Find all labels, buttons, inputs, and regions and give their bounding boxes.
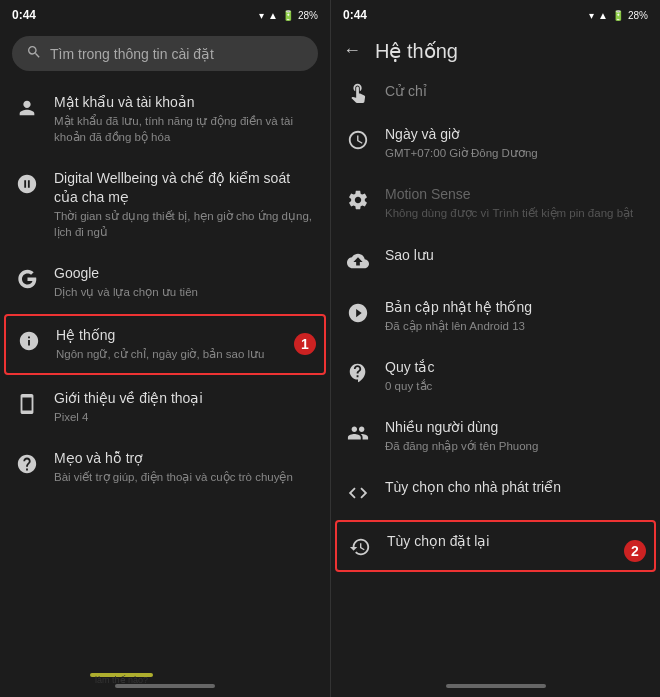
- right-battery: 28%: [628, 10, 648, 21]
- left-status-bar: 0:44 ▾ ▲ 🔋 28%: [0, 0, 330, 28]
- meo-ho-tro-icon: [14, 451, 40, 477]
- cap-nhat-title: Bản cập nhật hệ thống: [385, 298, 646, 316]
- partial-cu-chi[interactable]: Cử chỉ: [331, 73, 660, 113]
- right-wifi-icon: ▾: [589, 10, 594, 21]
- ngay-gio-icon: [345, 127, 371, 153]
- sao-luu-title: Sao lưu: [385, 246, 646, 264]
- right-signal-icon: ▲: [598, 10, 608, 21]
- right-item-motion-sense[interactable]: Motion Sense Không dùng được vì Trình ti…: [331, 173, 660, 233]
- right-battery-icon: 🔋: [612, 10, 624, 21]
- right-time: 0:44: [343, 8, 367, 22]
- sao-luu-text: Sao lưu: [385, 246, 646, 264]
- cap-nhat-text: Bản cập nhật hệ thống Đã cập nhật lên An…: [385, 298, 646, 334]
- meo-ho-tro-text: Mẹo và hỗ trợ Bài viết trợ giúp, điện th…: [54, 449, 316, 485]
- digital-wellbeing-text: Digital Wellbeing và chế độ kiểm soát củ…: [54, 169, 316, 240]
- ngay-gio-subtitle: GMT+07:00 Giờ Đông Dương: [385, 145, 646, 161]
- left-settings-list: Mật khẩu và tài khoản Mật khẩu đã lưu, t…: [0, 81, 330, 675]
- mat-khau-subtitle: Mật khẩu đã lưu, tính năng tự động điền …: [54, 113, 316, 145]
- right-item-cap-nhat[interactable]: Bản cập nhật hệ thống Đã cập nhật lên An…: [331, 286, 660, 346]
- right-item-dat-lai[interactable]: Tùy chọn đặt lại 2: [335, 520, 656, 572]
- wifi-icon: ▾: [259, 10, 264, 21]
- nha-phat-trien-icon: [345, 480, 371, 506]
- he-thong-subtitle: Ngôn ngữ, cử chỉ, ngày giờ, bản sao lưu: [56, 346, 314, 362]
- gioi-thieu-text: Giới thiệu về điện thoại Pixel 4: [54, 389, 316, 425]
- cu-chi-text: Cử chỉ: [385, 82, 646, 100]
- ngay-gio-title: Ngày và giờ: [385, 125, 646, 143]
- digital-wellbeing-title: Digital Wellbeing và chế độ kiểm soát củ…: [54, 169, 316, 205]
- dat-lai-icon: [347, 534, 373, 560]
- nhieu-nguoi-icon: [345, 420, 371, 446]
- google-title: Google: [54, 264, 316, 282]
- left-battery: 28%: [298, 10, 318, 21]
- search-icon: [26, 44, 42, 63]
- gioi-thieu-subtitle: Pixel 4: [54, 409, 316, 425]
- signal-icon: ▲: [268, 10, 278, 21]
- google-subtitle: Dịch vụ và lựa chọn ưu tiên: [54, 284, 316, 300]
- right-item-sao-luu[interactable]: Sao lưu: [331, 234, 660, 286]
- sao-luu-icon: [345, 248, 371, 274]
- quy-tac-title: Quy tắc: [385, 358, 646, 376]
- battery-icon: 🔋: [282, 10, 294, 21]
- right-item-nha-phat-trien[interactable]: Tùy chọn cho nhà phát triển: [331, 466, 660, 518]
- he-thong-icon: [16, 328, 42, 354]
- mat-khau-icon: [14, 95, 40, 121]
- right-status-icons: ▾ ▲ 🔋 28%: [589, 10, 648, 21]
- right-panel: 0:44 ▾ ▲ 🔋 28% ← Hệ thống Cử chỉ: [330, 0, 660, 697]
- search-placeholder: Tìm trong thông tin cài đặt: [50, 46, 214, 62]
- digital-wellbeing-subtitle: Thời gian sử dụng thiết bị, hẹn giờ cho …: [54, 208, 316, 240]
- back-button[interactable]: ←: [339, 36, 365, 65]
- quy-tac-icon: [345, 360, 371, 386]
- right-nav-pill: [446, 684, 546, 688]
- dat-lai-title: Tùy chọn đặt lại: [387, 532, 644, 550]
- badge-number-2: 2: [624, 540, 646, 562]
- he-thong-title: Hệ thống: [56, 326, 314, 344]
- motion-sense-icon: [345, 187, 371, 213]
- badge-number-1: 1: [294, 333, 316, 355]
- right-item-nhieu-nguoi[interactable]: Nhiều người dùng Đã đăng nhập với tên Ph…: [331, 406, 660, 466]
- cu-chi-title: Cử chỉ: [385, 82, 646, 100]
- right-nav-bar: [331, 675, 660, 697]
- settings-item-meo-ho-tro[interactable]: Mẹo và hỗ trợ Bài viết trợ giúp, điện th…: [0, 437, 330, 497]
- nha-phat-trien-text: Tùy chọn cho nhà phát triển: [385, 478, 646, 496]
- mat-khau-text: Mật khẩu và tài khoản Mật khẩu đã lưu, t…: [54, 93, 316, 145]
- search-bar[interactable]: Tìm trong thông tin cài đặt: [12, 36, 318, 71]
- right-panel-title: Hệ thống: [375, 39, 458, 63]
- cap-nhat-icon: [345, 300, 371, 326]
- left-status-icons: ▾ ▲ 🔋 28%: [259, 10, 318, 21]
- ngay-gio-text: Ngày và giờ GMT+07:00 Giờ Đông Dương: [385, 125, 646, 161]
- quy-tac-subtitle: 0 quy tắc: [385, 378, 646, 394]
- settings-item-he-thong[interactable]: Hệ thống Ngôn ngữ, cử chỉ, ngày giờ, bản…: [4, 314, 326, 374]
- he-thong-text: Hệ thống Ngôn ngữ, cử chỉ, ngày giờ, bản…: [56, 326, 314, 362]
- left-nav-bar: [0, 675, 330, 697]
- gioi-thieu-title: Giới thiệu về điện thoại: [54, 389, 316, 407]
- right-header: ← Hệ thống: [331, 28, 660, 73]
- settings-item-digital-wellbeing[interactable]: Digital Wellbeing và chế độ kiểm soát củ…: [0, 157, 330, 252]
- cu-chi-icon: [345, 79, 371, 105]
- watermark: làm thế nào?: [90, 673, 153, 677]
- motion-sense-text: Motion Sense Không dùng được vì Trình ti…: [385, 185, 646, 221]
- meo-ho-tro-subtitle: Bài viết trợ giúp, điện thoại và cuộc tr…: [54, 469, 316, 485]
- right-item-quy-tac[interactable]: Quy tắc 0 quy tắc: [331, 346, 660, 406]
- nhieu-nguoi-subtitle: Đã đăng nhập với tên Phuong: [385, 438, 646, 454]
- nhieu-nguoi-title: Nhiều người dùng: [385, 418, 646, 436]
- google-icon: [14, 266, 40, 292]
- left-panel: 0:44 ▾ ▲ 🔋 28% Tìm trong thông tin cài đ…: [0, 0, 330, 697]
- nha-phat-trien-title: Tùy chọn cho nhà phát triển: [385, 478, 646, 496]
- right-status-bar: 0:44 ▾ ▲ 🔋 28%: [331, 0, 660, 28]
- dat-lai-text: Tùy chọn đặt lại: [387, 532, 644, 550]
- cap-nhat-subtitle: Đã cập nhật lên Android 13: [385, 318, 646, 334]
- settings-item-gioi-thieu[interactable]: Giới thiệu về điện thoại Pixel 4: [0, 377, 330, 437]
- right-item-ngay-gio[interactable]: Ngày và giờ GMT+07:00 Giờ Đông Dương: [331, 113, 660, 173]
- settings-item-mat-khau[interactable]: Mật khẩu và tài khoản Mật khẩu đã lưu, t…: [0, 81, 330, 157]
- motion-sense-subtitle: Không dùng được vì Trình tiết kiệm pin đ…: [385, 205, 646, 221]
- digital-wellbeing-icon: [14, 171, 40, 197]
- left-time: 0:44: [12, 8, 36, 22]
- meo-ho-tro-title: Mẹo và hỗ trợ: [54, 449, 316, 467]
- right-settings-list: Cử chỉ Ngày và giờ GMT+07:00 Giờ Đông Dư…: [331, 73, 660, 675]
- quy-tac-text: Quy tắc 0 quy tắc: [385, 358, 646, 394]
- settings-item-google[interactable]: Google Dịch vụ và lựa chọn ưu tiên: [0, 252, 330, 312]
- google-text: Google Dịch vụ và lựa chọn ưu tiên: [54, 264, 316, 300]
- gioi-thieu-icon: [14, 391, 40, 417]
- nhieu-nguoi-text: Nhiều người dùng Đã đăng nhập với tên Ph…: [385, 418, 646, 454]
- mat-khau-title: Mật khẩu và tài khoản: [54, 93, 316, 111]
